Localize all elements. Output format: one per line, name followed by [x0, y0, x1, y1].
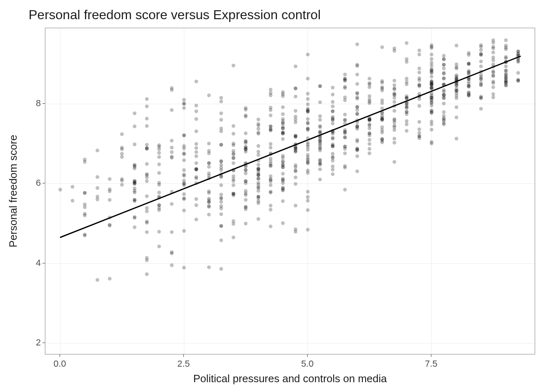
data-point	[504, 80, 508, 84]
data-point	[442, 110, 446, 114]
data-point	[343, 147, 347, 151]
gridline-horizontal	[45, 104, 535, 104]
data-point	[269, 164, 272, 168]
data-point	[244, 141, 248, 145]
data-point	[504, 46, 508, 49]
data-point	[133, 216, 136, 220]
data-point	[83, 214, 87, 217]
data-point	[393, 117, 396, 121]
data-point	[368, 94, 371, 98]
data-point	[71, 199, 74, 203]
data-point	[170, 86, 174, 90]
data-point	[96, 278, 99, 282]
data-point	[58, 188, 62, 192]
data-point	[133, 225, 136, 229]
chart-title: Personal freedom score versus Expression…	[29, 7, 321, 22]
data-point	[83, 205, 87, 209]
data-point	[393, 128, 396, 132]
data-point	[219, 100, 223, 103]
data-point	[393, 79, 396, 82]
data-point	[257, 127, 260, 131]
data-point	[417, 71, 421, 74]
data-point	[393, 141, 396, 145]
x-tick-label: 2.5	[177, 359, 190, 369]
data-point	[306, 122, 310, 125]
data-point	[96, 149, 99, 152]
data-point	[219, 143, 223, 147]
data-point	[194, 104, 198, 107]
x-axis-label: Political pressures and controls on medi…	[193, 372, 387, 385]
data-point	[491, 56, 495, 59]
data-point	[182, 98, 186, 102]
data-point	[207, 191, 211, 195]
data-point	[306, 102, 310, 106]
data-point	[417, 67, 421, 70]
data-point	[219, 118, 223, 122]
data-point	[182, 209, 186, 212]
data-point	[133, 199, 136, 203]
data-point	[343, 73, 347, 76]
data-point	[232, 64, 235, 67]
data-point	[219, 267, 223, 271]
data-point	[244, 222, 248, 225]
data-point	[157, 230, 161, 234]
data-point	[380, 81, 384, 85]
data-point	[83, 191, 87, 195]
data-point	[281, 172, 285, 176]
data-point	[294, 115, 297, 118]
gridline-horizontal	[45, 183, 535, 184]
data-point	[393, 83, 396, 87]
data-point	[455, 137, 458, 140]
data-point	[405, 77, 408, 80]
data-point	[504, 38, 508, 42]
data-point	[269, 208, 272, 212]
data-point	[145, 105, 149, 108]
data-point	[294, 65, 297, 68]
data-point	[380, 117, 384, 121]
data-point	[417, 134, 421, 138]
data-point	[491, 96, 495, 99]
data-point	[368, 77, 371, 80]
gridline-horizontal	[45, 263, 535, 264]
gridline-horizontal	[45, 343, 535, 343]
data-point	[306, 199, 310, 203]
data-point	[207, 172, 211, 175]
data-point	[232, 183, 235, 187]
data-point	[145, 124, 149, 128]
data-point	[170, 156, 174, 160]
data-point	[405, 82, 408, 86]
data-point	[157, 245, 161, 248]
data-point	[232, 143, 235, 147]
data-point	[232, 222, 235, 226]
data-point	[219, 160, 223, 163]
data-point	[343, 118, 347, 122]
data-point	[442, 72, 446, 76]
data-point	[120, 132, 124, 136]
data-point	[120, 155, 124, 159]
data-point	[455, 96, 458, 100]
data-point	[257, 217, 260, 221]
data-point	[157, 183, 161, 187]
data-point	[331, 115, 335, 119]
data-point	[182, 134, 186, 137]
data-point	[393, 124, 396, 127]
data-point	[219, 96, 223, 100]
data-point	[343, 79, 347, 82]
data-point	[182, 102, 186, 106]
data-point	[269, 204, 272, 207]
data-point	[380, 98, 384, 102]
data-point	[331, 109, 335, 113]
data-point	[145, 146, 149, 150]
data-point	[380, 85, 384, 89]
data-point	[194, 142, 198, 146]
data-point	[257, 144, 260, 148]
data-point	[120, 152, 124, 156]
data-point	[294, 204, 297, 207]
data-point	[281, 94, 285, 98]
data-point	[306, 153, 310, 157]
data-point	[219, 212, 223, 216]
data-point	[306, 53, 310, 56]
data-point	[257, 118, 260, 121]
y-axis-label: Personal freedom score	[7, 135, 20, 247]
data-point	[194, 203, 198, 207]
